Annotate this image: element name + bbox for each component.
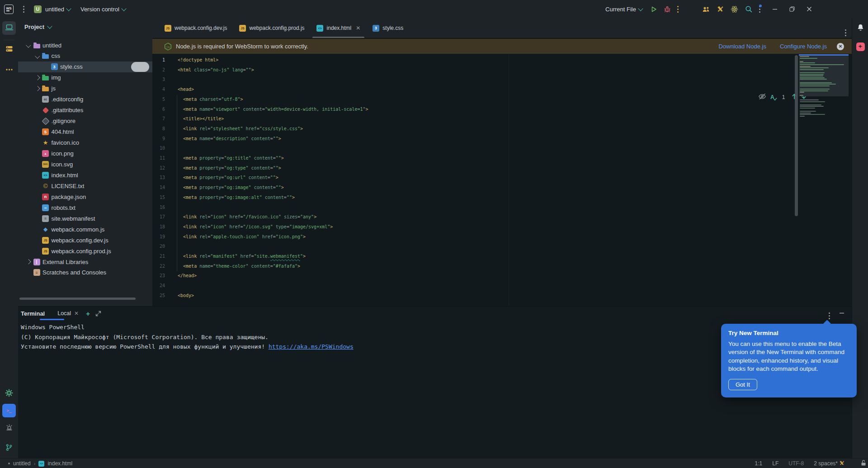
- debug-icon[interactable]: [664, 6, 671, 13]
- caret-position[interactable]: 1:1: [755, 460, 763, 467]
- line-number: 6: [152, 104, 165, 114]
- tree-item-.gitattributes[interactable]: .gitattributes: [18, 105, 152, 116]
- tree-item-untitled[interactable]: untitled: [18, 40, 152, 51]
- chevron-down-icon[interactable]: [26, 43, 31, 48]
- tree-item-css[interactable]: css: [18, 51, 152, 61]
- breadcrumb-project[interactable]: untitled: [13, 460, 31, 467]
- tree-item-js[interactable]: js: [18, 83, 152, 94]
- profiler-icon[interactable]: [731, 5, 738, 13]
- chevron-right-icon[interactable]: [35, 86, 40, 91]
- tree-item-index.html[interactable]: <>index.html: [18, 170, 152, 180]
- chevron-right-icon[interactable]: [35, 76, 40, 80]
- tree-item-label: icon.png: [52, 150, 74, 157]
- terminal-tab-close-icon[interactable]: ✕: [74, 310, 79, 317]
- code-with-me-icon[interactable]: [702, 6, 710, 13]
- notifications-button[interactable]: [854, 21, 867, 35]
- tree-item-label: LICENSE.txt: [52, 183, 85, 189]
- line-separator[interactable]: LF: [772, 460, 778, 467]
- breadcrumb-file[interactable]: index.html: [47, 460, 72, 467]
- tree-item-icon.png[interactable]: ▲icon.png: [18, 148, 152, 159]
- more-tool-windows-button[interactable]: [2, 61, 16, 75]
- minimap[interactable]: [799, 54, 849, 167]
- project-avatar[interactable]: U: [34, 5, 42, 13]
- project-horizontal-scrollbar[interactable]: [19, 298, 136, 300]
- search-everywhere-icon[interactable]: [745, 5, 752, 13]
- tree-item-webpack.config.prod.js[interactable]: JSwebpack.config.prod.js: [18, 246, 152, 256]
- run-icon[interactable]: [651, 6, 657, 13]
- lock-icon[interactable]: [861, 460, 866, 468]
- tree-item-scratches-and-consoles[interactable]: ≡Scratches and Consoles: [18, 267, 152, 278]
- more-run-options-icon[interactable]: [677, 6, 679, 13]
- terminal-options-kebab-icon[interactable]: [829, 307, 830, 319]
- ai-assistant-button[interactable]: [854, 40, 867, 53]
- got-it-button[interactable]: Got It: [728, 379, 757, 390]
- code-line-21: 21 <link rel="manifest" href="site.webma…: [152, 251, 852, 261]
- maximize-terminal-icon[interactable]: [95, 311, 101, 317]
- hide-terminal-icon[interactable]: [839, 309, 844, 317]
- tab-webpack.config.prod.js[interactable]: JSwebpack.config.prod.js: [233, 18, 311, 38]
- settings-button[interactable]: [2, 387, 16, 401]
- tab-webpack.config.dev.js[interactable]: JSwebpack.config.dev.js: [158, 18, 233, 38]
- download-nodejs-link[interactable]: Download Node.js: [718, 43, 766, 50]
- configure-nodejs-link[interactable]: Configure Node.js: [780, 43, 827, 50]
- tools-small-icon: [839, 460, 844, 467]
- code-line-17: 17 <link rel="icon" href="/favicon.ico" …: [152, 212, 852, 222]
- line-number: 15: [152, 193, 165, 203]
- tree-item-package.json[interactable]: npackage.json: [18, 191, 152, 202]
- webpack-file-icon: ◆: [42, 226, 49, 233]
- project-widget[interactable]: untitled: [45, 6, 71, 13]
- problems-tool-button[interactable]: [2, 422, 16, 435]
- code-editor[interactable]: 1<!doctype html>2<html class="no-js" lan…: [152, 54, 852, 306]
- code-line-16: 16: [152, 203, 852, 213]
- tree-item-404.html[interactable]: 5404.html: [18, 127, 152, 137]
- tree-item-webpack.common.js[interactable]: ◆webpack.common.js: [18, 224, 152, 235]
- minimize-button[interactable]: [772, 6, 778, 12]
- tree-item-.gitignore[interactable]: .gitignore: [18, 116, 152, 127]
- banner-close-icon[interactable]: ✕: [837, 43, 844, 50]
- code-line-20: 20: [152, 241, 852, 251]
- editor-options-kebab-icon[interactable]: [845, 24, 846, 36]
- tree-item-site.webmanifest[interactable]: ≡site.webmanifest: [18, 213, 152, 224]
- highlighting-eye-icon[interactable]: [758, 93, 766, 102]
- npm-file-icon: n: [42, 193, 49, 200]
- project-tool-button[interactable]: [2, 21, 16, 35]
- terminal-tool-button[interactable]: >_: [2, 404, 16, 417]
- code-line-13: 13 <meta property="og:url" content="">: [152, 173, 852, 183]
- line-number: 4: [152, 85, 165, 95]
- code-line-4: 4<head>: [152, 85, 852, 95]
- main-menu-icon[interactable]: [23, 6, 24, 13]
- git-tool-button[interactable]: [2, 441, 16, 455]
- indent-setting[interactable]: 2 spaces*: [814, 460, 844, 467]
- new-terminal-session-icon[interactable]: +: [86, 310, 90, 317]
- file-encoding[interactable]: UTF-8: [788, 460, 804, 467]
- tree-item-robots.txt[interactable]: ••robots.txt: [18, 202, 152, 213]
- tree-item-favicon.ico[interactable]: ★favicon.ico: [18, 137, 152, 148]
- chevron-down-icon[interactable]: [35, 54, 40, 59]
- close-button[interactable]: [807, 6, 812, 12]
- tree-item-license.txt[interactable]: ©LICENSE.txt: [18, 180, 152, 191]
- html-file-icon: <>: [42, 171, 49, 179]
- tree-item-.editorconfig[interactable]: ec.editorconfig: [18, 94, 152, 105]
- tab-close-icon[interactable]: ✕: [356, 25, 360, 31]
- terminal-tab-local[interactable]: Local ✕: [57, 310, 79, 317]
- chevron-right-icon[interactable]: [26, 260, 31, 265]
- terminal-link[interactable]: https://aka.ms/PSWindows: [269, 343, 354, 350]
- tree-item-label: webpack.common.js: [52, 226, 105, 233]
- settings-kebab-icon[interactable]: [759, 6, 760, 13]
- tools-icon[interactable]: [717, 5, 724, 13]
- line-number: 22: [152, 261, 165, 271]
- tree-item-icon.svg[interactable]: SVGicon.svg: [18, 159, 152, 170]
- tree-item-label: index.html: [52, 172, 78, 179]
- run-configuration-widget[interactable]: Current File: [605, 6, 642, 13]
- status-bar: untitled › <> index.html 1:1 LF UTF-8 2 …: [0, 458, 868, 468]
- vcs-widget[interactable]: Version control: [80, 6, 126, 13]
- tab-index.html[interactable]: <>index.html✕: [311, 18, 367, 38]
- project-panel-header[interactable]: Project: [24, 24, 52, 30]
- tree-item-external-libraries[interactable]: ❘External Libraries: [18, 256, 152, 267]
- tree-item-img[interactable]: img: [18, 72, 152, 83]
- commit-tool-button[interactable]: [2, 43, 16, 57]
- tree-item-webpack.config.dev.js[interactable]: JSwebpack.config.dev.js: [18, 235, 152, 246]
- tab-style.css[interactable]: 3style.css: [366, 18, 409, 38]
- editor-scrollbar[interactable]: [795, 55, 798, 216]
- restore-button[interactable]: [789, 6, 795, 12]
